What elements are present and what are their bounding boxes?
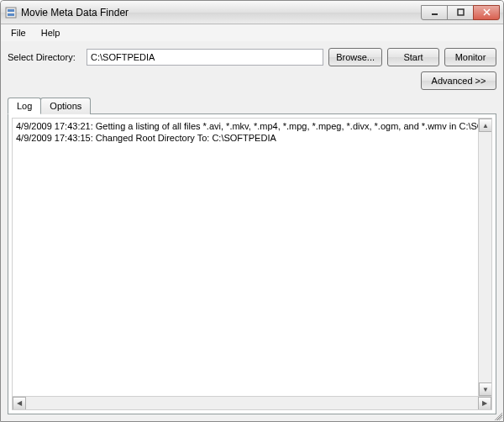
monitor-button[interactable]: Monitor [444,48,496,66]
tab-log[interactable]: Log [8,98,41,114]
menu-help[interactable]: Help [34,26,67,40]
log-line: 4/9/2009 17:43:21: Getting a listing of … [16,120,488,132]
minimize-button[interactable] [421,5,448,20]
menu-file[interactable]: File [4,26,33,40]
titlebar[interactable]: Movie Meta Data Finder [1,1,503,24]
maximize-button[interactable] [447,5,474,20]
scroll-up-icon[interactable]: ▲ [479,119,492,132]
svg-rect-1 [8,9,14,12]
tab-area: Log Options 4/9/2009 17:43:21: Getting a… [8,97,496,414]
log-box: 4/9/2009 17:43:21: Getting a listing of … [12,118,492,410]
main-window: Movie Meta Data Finder File Help Select … [0,0,504,422]
svg-rect-4 [458,9,464,15]
directory-row: Select Directory: Browse... Start Monito… [8,48,496,66]
menubar: File Help [1,24,503,41]
advanced-row: Advanced >> [8,71,496,90]
scrollbar-vertical[interactable]: ▲ ▼ [478,119,491,396]
window-controls [422,5,500,20]
log-content[interactable]: 4/9/2009 17:43:21: Getting a listing of … [13,119,491,396]
select-directory-label: Select Directory: [8,52,81,62]
svg-rect-2 [8,13,14,16]
scroll-track-horizontal[interactable] [26,397,478,410]
scroll-left-icon[interactable]: ◀ [13,397,26,410]
scrollbar-horizontal[interactable]: ◀ ▶ [13,396,491,409]
app-icon [4,6,18,19]
browse-button[interactable]: Browse... [328,48,382,66]
scroll-track-vertical[interactable] [479,132,491,382]
tab-options[interactable]: Options [40,98,91,114]
content-area: Select Directory: Browse... Start Monito… [1,41,503,421]
svg-rect-0 [6,8,16,18]
scroll-right-icon[interactable]: ▶ [478,397,491,410]
scroll-down-icon[interactable]: ▼ [479,382,492,396]
resize-grip-icon[interactable] [492,410,502,420]
tab-strip: Log Options [8,98,496,114]
directory-input[interactable] [87,49,323,66]
tab-panel-log: 4/9/2009 17:43:21: Getting a listing of … [8,113,496,414]
start-button[interactable]: Start [387,48,439,66]
advanced-button[interactable]: Advanced >> [421,71,496,90]
window-title: Movie Meta Data Finder [21,7,422,18]
log-line: 4/9/2009 17:43:15: Changed Root Director… [16,132,488,144]
close-button[interactable] [473,5,500,20]
